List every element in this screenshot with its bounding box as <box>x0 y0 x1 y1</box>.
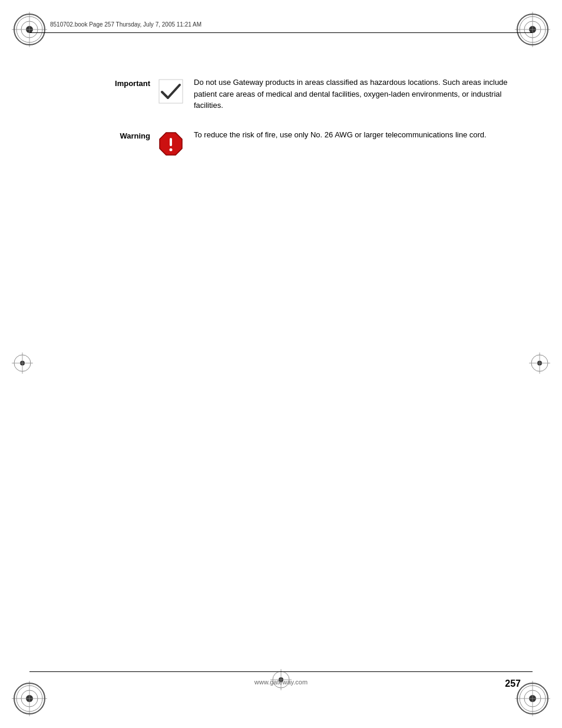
checkmark-icon <box>156 77 186 106</box>
warning-icon <box>156 129 186 159</box>
corner-registration-bl <box>12 681 47 716</box>
mid-registration-left <box>12 353 33 376</box>
corner-registration-tr <box>515 12 550 47</box>
footer-page-number: 257 <box>505 678 521 689</box>
header-text: 8510702.book Page 257 Thursday, July 7, … <box>50 21 201 28</box>
main-content: Important Do not use Gateway products in… <box>109 77 527 176</box>
notice-important: Important Do not use Gateway products in… <box>109 77 527 111</box>
header-rule <box>29 32 533 33</box>
footer-rule <box>29 671 533 672</box>
warning-label: Warning <box>109 131 156 140</box>
footer-website: www.gateway.com <box>254 678 308 686</box>
notice-warning: Warning To reduce the risk of fire, use … <box>109 129 527 159</box>
mid-registration-right <box>529 353 550 376</box>
important-label: Important <box>109 79 156 88</box>
corner-registration-tl <box>12 12 47 47</box>
warning-text: To reduce the risk of fire, use only No.… <box>194 129 527 141</box>
svg-point-39 <box>170 148 173 151</box>
svg-rect-38 <box>170 138 172 146</box>
important-text: Do not use Gateway products in areas cla… <box>194 77 527 111</box>
